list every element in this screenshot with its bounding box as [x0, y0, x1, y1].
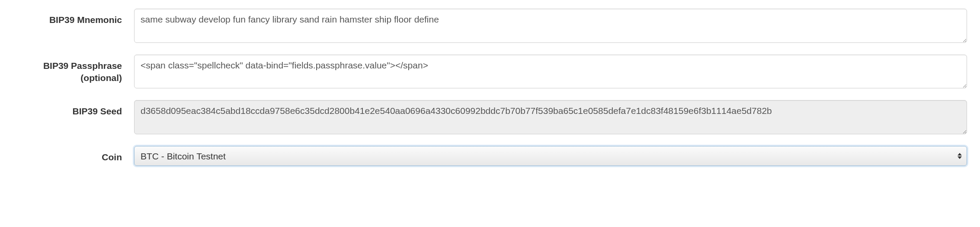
label-seed: BIP39 Seed	[13, 100, 134, 117]
label-passphrase: BIP39 Passphrase (optional)	[13, 55, 134, 84]
row-passphrase: BIP39 Passphrase (optional) <span class=…	[13, 55, 967, 91]
field-col-seed: d3658d095eac384c5abd18ccda9758e6c35dcd28…	[134, 100, 967, 136]
label-coin: Coin	[13, 146, 134, 163]
row-seed: BIP39 Seed d3658d095eac384c5abd18ccda975…	[13, 100, 967, 136]
coin-select-wrap: BTC - Bitcoin Testnet	[134, 146, 967, 166]
seed-output[interactable]: d3658d095eac384c5abd18ccda9758e6c35dcd28…	[134, 100, 967, 134]
field-col-coin: BTC - Bitcoin Testnet	[134, 146, 967, 166]
bip39-form: BIP39 Mnemonic same subway develop fun f…	[0, 0, 980, 179]
coin-select[interactable]: BTC - Bitcoin Testnet	[134, 146, 967, 166]
row-coin: Coin BTC - Bitcoin Testnet	[13, 146, 967, 166]
row-mnemonic: BIP39 Mnemonic same subway develop fun f…	[13, 9, 967, 45]
mnemonic-input[interactable]: same subway develop fun fancy library sa…	[134, 9, 967, 43]
passphrase-input[interactable]: <span class="spellcheck" data-bind="fiel…	[134, 55, 967, 89]
label-mnemonic: BIP39 Mnemonic	[13, 9, 134, 26]
field-col-passphrase: <span class="spellcheck" data-bind="fiel…	[134, 55, 967, 91]
field-col-mnemonic: same subway develop fun fancy library sa…	[134, 9, 967, 45]
